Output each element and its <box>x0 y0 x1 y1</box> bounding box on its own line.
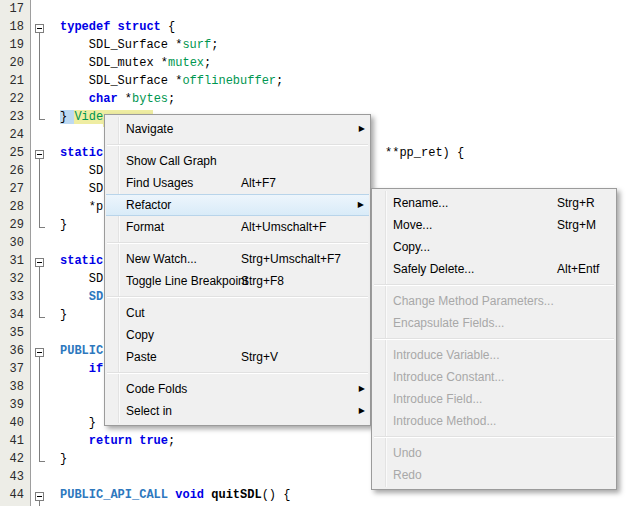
fold-guide-line <box>39 357 40 461</box>
line-number[interactable]: 44 <box>0 488 24 506</box>
line-number[interactable]: 21 <box>0 74 24 92</box>
line-number[interactable]: 17 <box>0 2 24 20</box>
menu-item-cut[interactable]: Cut <box>105 302 370 324</box>
code-token: ; <box>204 56 211 70</box>
code-token: return true <box>89 434 168 448</box>
menu-item-navigate[interactable]: Navigate▶ <box>105 118 370 140</box>
menu-item-select-in[interactable]: Select in▶ <box>105 400 370 422</box>
menu-item-rename[interactable]: Rename...Strg+R <box>372 192 616 214</box>
menu-item-toggle-line-breakpoint[interactable]: Toggle Line BreakpointStrg+F8 <box>105 270 370 292</box>
menu-item-introduce-variable[interactable]: Introduce Variable... <box>372 344 616 366</box>
line-number[interactable]: 37 <box>0 362 24 380</box>
menu-item-copy[interactable]: Copy... <box>372 236 616 258</box>
line-number[interactable]: 32 <box>0 272 24 290</box>
line-number[interactable]: 25 <box>0 146 24 164</box>
menu-item-copy[interactable]: Copy <box>105 324 370 346</box>
code-token: SD <box>60 182 103 196</box>
menu-item-introduce-method[interactable]: Introduce Method... <box>372 410 616 432</box>
code-token: } <box>60 452 67 466</box>
menu-item-change-method-parameters[interactable]: Change Method Parameters... <box>372 290 616 312</box>
menu-item-shortcut: Alt+Umschalt+F <box>241 216 326 238</box>
line-number[interactable]: 43 <box>0 470 24 488</box>
menu-item-find-usages[interactable]: Find UsagesAlt+F7 <box>105 172 370 194</box>
fold-end-tick <box>39 317 45 318</box>
menu-separator <box>107 242 368 244</box>
fold-guide-line <box>39 267 40 317</box>
line-number[interactable]: 36 <box>0 344 24 362</box>
submenu-arrow-icon: ▶ <box>359 400 365 422</box>
context-menu: Navigate▶Show Call GraphFind UsagesAlt+F… <box>104 114 371 426</box>
line-number[interactable]: 20 <box>0 56 24 74</box>
fold-toggle-icon[interactable] <box>35 258 44 267</box>
code-line[interactable]: SDL_Surface *offlinebuffer; <box>60 74 627 92</box>
line-number[interactable]: 41 <box>0 434 24 452</box>
fold-toggle-icon[interactable] <box>35 150 44 159</box>
menu-item-safely-delete[interactable]: Safely Delete...Alt+Entf <box>372 258 616 280</box>
refactor-submenu: Rename...Strg+RMove...Strg+MCopy...Safel… <box>371 188 617 490</box>
menu-item-new-watch[interactable]: New Watch...Strg+Umschalt+F7 <box>105 248 370 270</box>
menu-item-redo[interactable]: Redo <box>372 464 616 486</box>
menu-item-shortcut: Strg+M <box>557 214 596 236</box>
menu-item-label: New Watch... <box>126 248 197 270</box>
menu-item-introduce-constant[interactable]: Introduce Constant... <box>372 366 616 388</box>
fold-toggle-icon[interactable] <box>35 492 44 501</box>
line-number[interactable]: 26 <box>0 164 24 182</box>
code-line[interactable]: char *bytes; <box>60 92 627 110</box>
code-token: *p <box>60 200 103 214</box>
menu-item-move[interactable]: Move...Strg+M <box>372 214 616 236</box>
line-number[interactable]: 34 <box>0 308 24 326</box>
menu-item-undo[interactable]: Undo <box>372 442 616 464</box>
code-line[interactable] <box>60 2 627 20</box>
line-number[interactable]: 40 <box>0 416 24 434</box>
menu-item-label: Code Folds <box>126 378 187 400</box>
menu-item-format[interactable]: FormatAlt+Umschalt+F <box>105 216 370 238</box>
menu-item-label: Introduce Constant... <box>393 366 504 388</box>
menu-separator <box>107 144 368 146</box>
code-line[interactable]: PUBLIC_API_CALL void quitSDL() { <box>60 488 627 506</box>
code-token: static <box>60 254 103 268</box>
line-number[interactable]: 18 <box>0 20 24 38</box>
menu-item-label: Safely Delete... <box>393 258 474 280</box>
line-number[interactable]: 39 <box>0 398 24 416</box>
code-line[interactable]: typedef struct { <box>60 20 627 38</box>
line-number[interactable]: 22 <box>0 92 24 110</box>
line-number[interactable]: 24 <box>0 128 24 146</box>
fold-toggle-icon[interactable] <box>35 24 44 33</box>
menu-item-label: Undo <box>393 442 422 464</box>
code-token: **pp_ret) { <box>385 146 464 160</box>
line-number-gutter[interactable]: 1718192021222324252627282930313233343536… <box>0 0 31 506</box>
menu-separator <box>374 436 614 438</box>
code-token <box>60 290 89 304</box>
code-token: SDL_Surface * <box>60 74 182 88</box>
fold-toggle-icon[interactable] <box>35 348 44 357</box>
menu-item-label: Format <box>126 216 164 238</box>
line-number[interactable]: 38 <box>0 380 24 398</box>
menu-item-encapsulate-fields[interactable]: Encapsulate Fields... <box>372 312 616 334</box>
menu-item-shortcut: Alt+Entf <box>557 258 599 280</box>
code-token: } <box>60 110 74 124</box>
menu-item-code-folds[interactable]: Code Folds▶ <box>105 378 370 400</box>
code-token: char <box>89 92 118 106</box>
menu-item-refactor[interactable]: Refactor▶ <box>106 194 369 216</box>
line-number[interactable]: 42 <box>0 452 24 470</box>
menu-separator <box>374 338 614 340</box>
line-number[interactable]: 33 <box>0 290 24 308</box>
menu-item-label: Encapsulate Fields... <box>393 312 504 334</box>
fold-end-tick <box>39 227 45 228</box>
line-number[interactable]: 27 <box>0 182 24 200</box>
line-number[interactable]: 35 <box>0 326 24 344</box>
menu-item-show-call-graph[interactable]: Show Call Graph <box>105 150 370 172</box>
line-number[interactable]: 31 <box>0 254 24 272</box>
line-number[interactable]: 28 <box>0 200 24 218</box>
line-number[interactable]: 30 <box>0 236 24 254</box>
line-number[interactable]: 23 <box>0 110 24 128</box>
line-number[interactable]: 19 <box>0 38 24 56</box>
fold-end-tick <box>39 119 45 120</box>
code-token: SD <box>89 290 103 304</box>
menu-item-paste[interactable]: PasteStrg+V <box>105 346 370 368</box>
menu-item-label: Copy... <box>393 236 430 258</box>
code-line[interactable]: SDL_mutex *mutex; <box>60 56 627 74</box>
code-line[interactable]: SDL_Surface *surf; <box>60 38 627 56</box>
line-number[interactable]: 29 <box>0 218 24 236</box>
menu-item-introduce-field[interactable]: Introduce Field... <box>372 388 616 410</box>
